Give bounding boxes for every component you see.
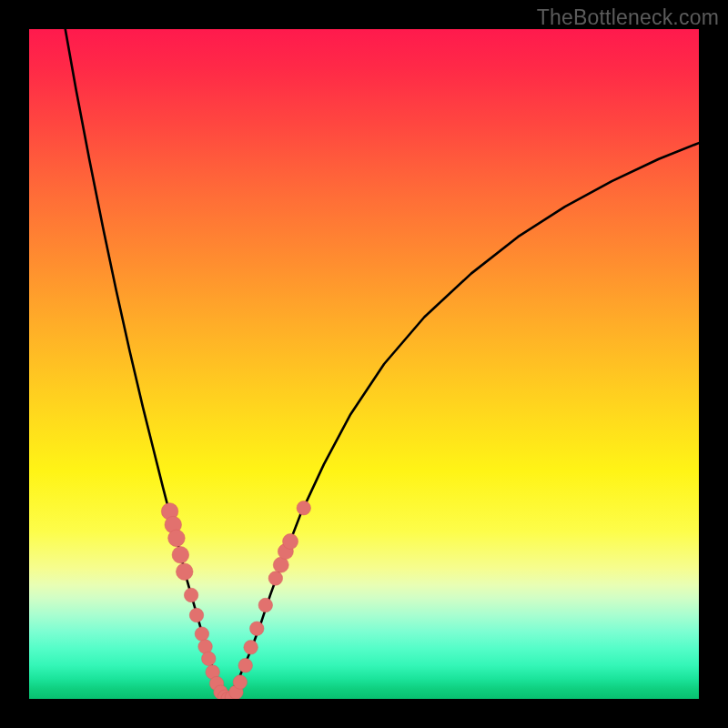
data-marker xyxy=(233,675,247,689)
plot-area xyxy=(29,29,699,699)
bottleneck-curve xyxy=(66,29,699,699)
chart-frame: TheBottleneck.com xyxy=(0,0,728,728)
data-marker xyxy=(283,534,298,550)
data-marker xyxy=(297,501,310,515)
curve-right-branch xyxy=(228,143,699,699)
data-marker xyxy=(189,608,203,622)
data-marker xyxy=(202,652,216,665)
curve-left-branch xyxy=(66,29,228,699)
data-markers xyxy=(161,501,310,699)
data-marker xyxy=(198,640,212,653)
data-marker xyxy=(195,627,208,641)
data-marker xyxy=(258,598,272,612)
data-marker xyxy=(250,622,264,635)
data-marker xyxy=(176,563,193,581)
data-marker xyxy=(273,557,288,572)
data-marker xyxy=(172,546,189,563)
watermark-text: TheBottleneck.com xyxy=(537,5,719,30)
data-marker xyxy=(238,658,252,672)
data-marker xyxy=(268,571,282,585)
curve-layer xyxy=(29,29,699,699)
data-marker xyxy=(184,588,197,602)
data-marker xyxy=(168,530,186,547)
data-marker xyxy=(244,641,258,654)
